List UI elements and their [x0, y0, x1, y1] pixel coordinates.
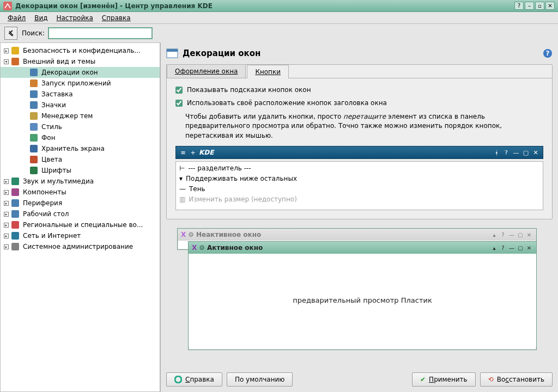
defaults-button[interactable]: По умолчанию: [227, 372, 293, 387]
preview-window-active: X ⚙ Активное окно ▴ ? — ▢ ✕ предваритель…: [188, 241, 537, 350]
search-input[interactable]: [48, 27, 153, 39]
sidebar-category[interactable]: ▸Компоненты: [1, 187, 160, 198]
tab-decoration[interactable]: Оформление окна: [167, 64, 246, 78]
svg-rect-8: [30, 112, 38, 120]
apply-button[interactable]: ✔ Применить: [412, 372, 476, 387]
checkbox-custom-layout-input[interactable]: [175, 100, 183, 107]
sidebar-category[interactable]: ▸Системное администрирование: [1, 241, 160, 252]
available-button-item[interactable]: ⊢--- разделитель ---: [179, 163, 539, 173]
minimize-button[interactable]: –: [525, 2, 534, 10]
svg-rect-19: [11, 232, 19, 240]
sidebar-item-label: Цвета: [41, 156, 62, 163]
expander-icon[interactable]: ▸: [4, 179, 9, 184]
pv-up-icon[interactable]: ▴: [490, 244, 498, 252]
expander-icon[interactable]: ▸: [4, 223, 9, 228]
expander-icon: [22, 70, 27, 75]
sidebar-category[interactable]: ▸Периферия: [1, 198, 160, 209]
expander-icon[interactable]: ▸: [4, 190, 9, 195]
sidebar-item[interactable]: Значки: [1, 100, 160, 111]
sidebar-item-label: Хранитель экрана: [41, 145, 105, 152]
available-button-item[interactable]: ▾Поддерживать ниже остальных: [179, 173, 539, 183]
svg-rect-3: [11, 58, 19, 65]
sidebar-item[interactable]: Декорации окон: [1, 67, 160, 78]
sidebar-item-label: Менеджер тем: [41, 112, 93, 120]
tb-plus-icon[interactable]: +: [189, 149, 197, 156]
sidebar-item-label: Заставка: [41, 90, 73, 98]
restore-button[interactable]: ⟲ Восстановить: [480, 372, 553, 387]
component-icon: [11, 188, 20, 197]
pv-close-icon[interactable]: ✕: [525, 244, 533, 252]
expander-icon[interactable]: ▸: [4, 201, 9, 206]
expander-icon[interactable]: ▸: [4, 48, 9, 53]
expander-icon[interactable]: ▸: [4, 234, 9, 238]
svg-rect-16: [11, 199, 19, 207]
sidebar-item[interactable]: Цвета: [1, 154, 160, 165]
sidebar-item[interactable]: Хранитель экрана: [1, 143, 160, 154]
content: Декорации окон ? Оформление окна Кнопки …: [161, 42, 558, 392]
pv-min-icon[interactable]: —: [508, 244, 515, 252]
available-button-label: Тень: [189, 185, 205, 193]
sidebar-category[interactable]: ▸Звук и мультимедиа: [1, 176, 160, 187]
expander-icon[interactable]: ▸: [4, 212, 9, 217]
sidebar-item[interactable]: Стиль: [1, 121, 160, 132]
help-button-titlebar[interactable]: ?: [514, 2, 524, 10]
checkbox-show-tooltips[interactable]: Показывать подсказки кнопок окон: [175, 86, 543, 94]
menu-file[interactable]: Файл: [3, 13, 30, 23]
checkbox-show-tooltips-input[interactable]: [175, 87, 183, 94]
sidebar-item[interactable]: Фон: [1, 132, 160, 143]
tb-sticky-icon[interactable]: ⍿: [493, 149, 500, 156]
sidebar-item[interactable]: Заставка: [1, 89, 160, 100]
sidebar-item[interactable]: Менеджер тем: [1, 111, 160, 121]
sidebar-category[interactable]: ▾Внешний вид и темы: [1, 56, 160, 67]
available-button-item[interactable]: —Тень: [179, 183, 539, 194]
checkbox-custom-layout[interactable]: Использовать своё расположение кнопок за…: [175, 99, 543, 107]
inactive-window-title: Неактивное окно: [196, 231, 489, 238]
help-button[interactable]: Справка: [166, 372, 222, 387]
titlebar: Декорации окон [изменён] - Центр управле…: [0, 0, 558, 12]
pv-up-icon[interactable]: ▴: [490, 231, 498, 238]
back-button[interactable]: [4, 27, 17, 40]
maximize-button[interactable]: ▫: [535, 2, 544, 10]
gear-icon: ⚙: [199, 244, 205, 252]
svg-rect-12: [30, 156, 38, 163]
pv-help-icon[interactable]: ?: [499, 244, 507, 252]
pv-max-icon[interactable]: ▢: [517, 231, 524, 238]
available-buttons-list[interactable]: ⊢--- разделитель ---▾Поддерживать ниже о…: [175, 161, 543, 210]
expander-icon[interactable]: ▾: [4, 59, 9, 64]
sidebar-category[interactable]: ▸Сеть и Интернет: [1, 230, 160, 241]
pv-help-icon[interactable]: ?: [499, 231, 507, 238]
titlebar-preview[interactable]: ≡ + KDE ⍿ ? — ▢ ✕: [175, 146, 543, 159]
menu-view[interactable]: Вид: [30, 13, 52, 23]
tb-max-icon[interactable]: ▢: [522, 149, 530, 156]
sidebar-item[interactable]: Шрифты: [1, 165, 160, 176]
pv-close-icon[interactable]: ✕: [525, 231, 533, 238]
svg-rect-13: [30, 167, 38, 174]
expander-icon: [22, 103, 27, 108]
expander-icon[interactable]: ▸: [4, 244, 9, 249]
sidebar-category[interactable]: ▸Безопасность и конфиденциаль...: [1, 45, 160, 56]
sidebar-category[interactable]: ▸Региональные и специальные во...: [1, 219, 160, 230]
sidebar-category[interactable]: ▸Рабочий стол: [1, 209, 160, 219]
pv-min-icon[interactable]: —: [508, 231, 515, 238]
expander-icon: [22, 146, 27, 151]
close-button[interactable]: ✕: [545, 2, 555, 10]
tab-buttons[interactable]: Кнопки: [247, 65, 289, 78]
sidebar-item[interactable]: Запуск приложений: [1, 78, 160, 89]
bottom-button-row: Справка По умолчанию ✔ Применить ⟲ Восст…: [166, 367, 553, 392]
theme-icon: [29, 112, 38, 120]
help-icon[interactable]: ?: [543, 48, 553, 58]
x-icon: X: [192, 244, 197, 252]
desktop-icon: [11, 210, 20, 218]
tb-close-icon[interactable]: ✕: [532, 149, 539, 156]
tb-min-icon[interactable]: —: [512, 149, 520, 156]
tb-help-icon[interactable]: ?: [502, 149, 510, 156]
key-icon: [11, 46, 20, 55]
svg-rect-22: [167, 49, 178, 52]
tb-menu-icon[interactable]: ≡: [179, 149, 187, 156]
settings-panel: Оформление окна Кнопки Показывать подска…: [166, 64, 553, 219]
menu-settings[interactable]: Настройка: [52, 13, 97, 23]
menu-help[interactable]: Справка: [98, 13, 135, 23]
pv-max-icon[interactable]: ▢: [517, 244, 524, 252]
grid-icon: [29, 101, 38, 109]
active-window-title: Активное окно: [207, 244, 489, 252]
